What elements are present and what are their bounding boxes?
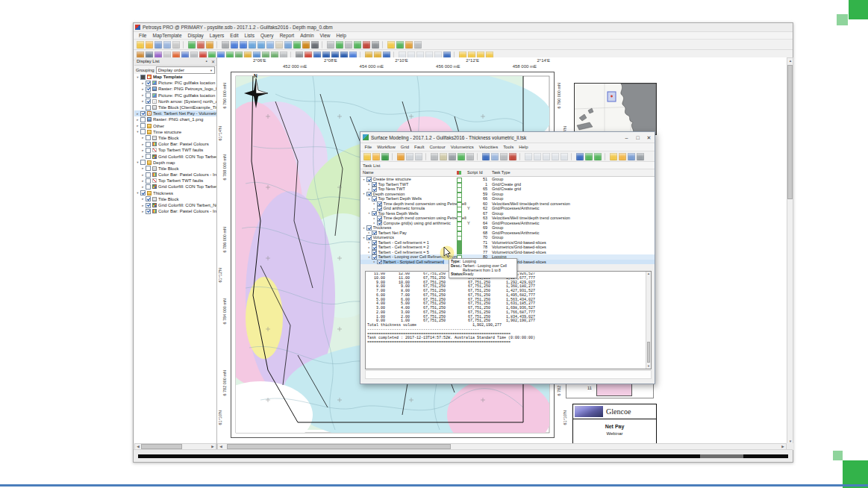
display-list-item[interactable]: ▸ Color Bar: Pastel Colours - Inverte	[134, 208, 216, 214]
expand-arrow-icon[interactable]: ▸	[141, 166, 145, 170]
separator[interactable]	[571, 153, 573, 160]
zoom-window-icon[interactable]	[266, 41, 274, 49]
scroll-left-icon[interactable]: ◀	[218, 444, 224, 449]
columns-1-icon[interactable]	[525, 153, 532, 160]
promote-icon[interactable]	[500, 153, 508, 160]
display-list-item[interactable]: ▸ Raster: PNG Petrosys_logo_horizon	[134, 86, 216, 92]
menu-item[interactable]: Lists	[242, 33, 257, 38]
expand-arrow-icon[interactable]: ▸	[141, 154, 145, 158]
visibility-checkbox[interactable]	[146, 178, 151, 184]
exchange-icon[interactable]	[302, 41, 310, 49]
scroll-thumb[interactable]	[647, 342, 650, 363]
pan-icon[interactable]	[275, 41, 283, 49]
map-manager-icon[interactable]	[206, 41, 213, 49]
expand-arrow-icon[interactable]: ▾	[367, 255, 371, 259]
separator[interactable]	[605, 153, 607, 160]
main-title-bar[interactable]: Petrosys PRO @ PRIMARY - psyslite.sdb - …	[134, 23, 793, 32]
expand-arrow-icon[interactable]: ▾	[136, 191, 140, 195]
expand-arrow-icon[interactable]: ▸	[141, 99, 145, 103]
expand-arrow-icon[interactable]: ▸	[141, 197, 145, 201]
visibility-checkbox[interactable]	[140, 129, 146, 134]
run-column-icon[interactable]	[457, 171, 461, 175]
new-from-template-icon[interactable]	[188, 41, 196, 49]
display-list-item[interactable]: ▾ Time structure	[134, 129, 216, 135]
expand-arrow-icon[interactable]: ▾	[136, 130, 140, 134]
minimize-button[interactable]: –	[621, 133, 632, 143]
scroll-thumb[interactable]	[227, 444, 451, 449]
expand-arrow-icon[interactable]: ▸	[367, 240, 371, 244]
visibility-checkbox[interactable]	[140, 75, 146, 80]
table-view-icon[interactable]	[327, 41, 334, 49]
delete-task-icon[interactable]	[449, 153, 456, 160]
menu-item[interactable]: Workflow	[375, 145, 399, 149]
zoom-in-icon[interactable]	[249, 41, 256, 49]
view-3d-icon[interactable]	[576, 153, 584, 160]
expand-arrow-icon[interactable]: ▸	[141, 148, 145, 152]
visibility-checkbox[interactable]	[146, 135, 151, 140]
open-task-list-icon[interactable]	[372, 153, 380, 160]
pause-icon[interactable]	[345, 41, 352, 49]
expand-arrow-icon[interactable]: ▾	[362, 192, 366, 195]
display-list-item[interactable]: ▾ Depth map	[134, 160, 216, 166]
columns-2-icon[interactable]	[534, 153, 541, 160]
overview-icon[interactable]	[293, 41, 301, 49]
sync-icon[interactable]	[396, 41, 404, 49]
visibility-checkbox[interactable]	[140, 111, 146, 116]
paste-icon[interactable]	[440, 153, 447, 160]
new-map-icon[interactable]	[137, 41, 144, 49]
expand-arrow-icon[interactable]: ▸	[136, 112, 140, 116]
visibility-checkbox[interactable]	[146, 81, 151, 86]
expand-arrow-icon[interactable]: ▸	[372, 216, 376, 220]
visibility-checkbox[interactable]	[146, 98, 151, 104]
menu-item[interactable]: Report	[277, 33, 298, 38]
menu-item[interactable]: File	[362, 145, 375, 149]
columns-3-icon[interactable]	[543, 153, 550, 160]
print-icon[interactable]	[222, 41, 229, 49]
run-tasks-icon[interactable]	[381, 153, 389, 160]
visibility-checkbox[interactable]	[146, 196, 151, 201]
menu-item[interactable]: Layers	[207, 33, 228, 38]
expand-arrow-icon[interactable]: ▸	[372, 260, 376, 263]
expand-arrow-icon[interactable]: ▸	[372, 201, 376, 205]
menu-item[interactable]: Tools	[501, 145, 516, 149]
scroll-up-icon[interactable]: ▲	[646, 272, 651, 276]
display-list-item[interactable]: ▸ Top Tarbert TWT faults	[134, 147, 216, 153]
display-list-item[interactable]: ▸ Color Bar: Pastel Colours - Inverte	[134, 172, 216, 178]
task-checkbox[interactable]	[377, 260, 382, 265]
expand-arrow-icon[interactable]: ▸	[367, 182, 371, 186]
publish-icon[interactable]	[405, 41, 413, 49]
column-id[interactable]: Id	[479, 170, 483, 175]
menu-item[interactable]: Help	[516, 145, 531, 149]
separator[interactable]	[392, 153, 394, 160]
expand-arrow-icon[interactable]: ▸	[136, 124, 140, 128]
zoom-out-icon[interactable]	[257, 41, 265, 49]
scroll-thumb[interactable]	[787, 65, 793, 199]
save-map-icon[interactable]	[154, 41, 162, 49]
column-name[interactable]: Name	[363, 170, 374, 175]
new-doc-icon[interactable]	[387, 41, 395, 49]
expand-arrow-icon[interactable]: ▸	[141, 143, 145, 146]
menu-item[interactable]: View	[317, 33, 334, 38]
grid-editor-icon[interactable]	[482, 153, 490, 160]
expand-arrow-icon[interactable]: ▸	[141, 179, 145, 183]
open-file-icon[interactable]	[619, 153, 626, 160]
display-list-item[interactable]: ▾ Thickness	[134, 190, 216, 196]
display-list-item[interactable]: ▸ Top Tarbert TWT faults	[134, 178, 216, 184]
close-button[interactable]: ✕	[643, 133, 655, 143]
visibility-checkbox[interactable]	[146, 184, 151, 190]
map-vscrollbar[interactable]: ▲ ▼	[787, 57, 793, 445]
display-list-item[interactable]: ▸ Title Block	[134, 196, 216, 202]
separator[interactable]	[183, 41, 185, 49]
menu-item[interactable]: Admin	[297, 33, 316, 38]
next-view-icon[interactable]	[240, 41, 247, 49]
pin-icon[interactable]: ▪	[203, 59, 210, 63]
visibility-checkbox[interactable]	[146, 93, 151, 98]
expand-arrow-icon[interactable]: ▸	[141, 185, 145, 189]
menu-item[interactable]: File	[136, 33, 149, 38]
menu-item[interactable]: Velocities	[476, 145, 500, 149]
display-list-item[interactable]: ▾ Map Template	[134, 74, 216, 80]
grouping-select[interactable]: Display order ▼	[156, 66, 215, 74]
display-list-item[interactable]: ▸ Color Bar: Pastel Colours	[134, 141, 216, 147]
expand-arrow-icon[interactable]: ▸	[367, 231, 371, 234]
display-list-item[interactable]: ▸ Picture: PIC gullfaks location map la	[134, 80, 216, 86]
